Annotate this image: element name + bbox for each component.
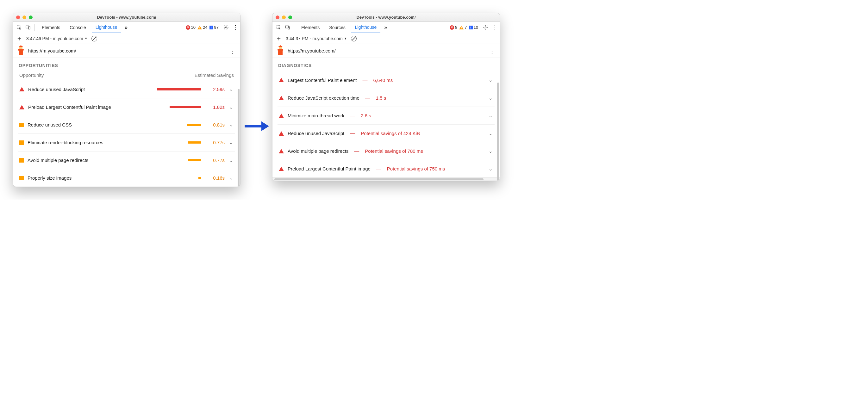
clear-report-icon[interactable] xyxy=(351,36,356,41)
chevron-down-icon[interactable]: ⌄ xyxy=(228,140,234,146)
horizontal-scrollbar[interactable] xyxy=(273,178,500,181)
metric-dash: — xyxy=(352,148,361,154)
diagnostic-row[interactable]: Reduce JavaScript execution time—1.5 s⌄ xyxy=(278,89,495,106)
tab-lighthouse[interactable]: Lighthouse xyxy=(351,22,381,33)
report-url: https://m.youtube.com/ xyxy=(28,48,76,54)
savings-bar xyxy=(151,124,201,126)
info-badge[interactable]: 10 xyxy=(469,25,478,30)
chevron-down-icon[interactable]: ⌄ xyxy=(228,122,234,128)
tab-elements[interactable]: Elements xyxy=(298,22,323,33)
warnings-badge[interactable]: 24 xyxy=(197,25,207,30)
chevron-down-icon[interactable]: ⌄ xyxy=(228,104,234,110)
inspect-element-icon[interactable] xyxy=(16,24,23,31)
opportunity-label: Eliminate render-blocking resources xyxy=(28,140,103,145)
opportunity-label: Preload Largest Contentful Paint image xyxy=(28,104,111,110)
opportunity-label: Avoid multiple page redirects xyxy=(28,158,88,163)
report-selector[interactable]: 3:47:46 PM - m.youtube.com ▼ xyxy=(26,36,88,41)
opportunity-row[interactable]: Reduce unused JavaScript2.59s⌄ xyxy=(18,80,235,98)
metric-dash: — xyxy=(348,131,357,136)
diagnostic-row[interactable]: Reduce unused JavaScript—Potential savin… xyxy=(278,124,495,142)
savings-value: 0.77s xyxy=(205,140,225,145)
diagnostic-metric: 6,640 ms xyxy=(373,77,393,83)
window-close-icon[interactable] xyxy=(276,15,279,19)
settings-gear-icon[interactable] xyxy=(222,24,229,31)
fail-triangle-icon xyxy=(279,149,284,153)
tabs-bar: Elements Console Lighthouse » ✕10 24 97 … xyxy=(13,22,240,33)
savings-bar xyxy=(151,177,201,179)
metric-dash: — xyxy=(361,77,369,83)
diagnostic-row[interactable]: Preload Largest Contentful Paint image—P… xyxy=(278,160,495,178)
fail-triangle-icon xyxy=(279,96,284,100)
window-minimize-icon[interactable] xyxy=(23,15,26,19)
opportunities-columns: Opportunity Estimated Savings xyxy=(13,71,240,80)
report-selector[interactable]: 3:44:37 PM - m.youtube.com ▼ xyxy=(286,36,347,41)
diagnostic-row[interactable]: Largest Contentful Paint element—6,640 m… xyxy=(278,71,495,89)
tab-sources[interactable]: Sources xyxy=(325,22,349,33)
chevron-down-icon[interactable]: ⌄ xyxy=(228,175,234,181)
chevron-down-icon[interactable]: ⌄ xyxy=(488,166,493,172)
savings-value: 0.77s xyxy=(205,158,225,163)
opportunity-row[interactable]: Reduce unused CSS0.81s⌄ xyxy=(18,116,235,133)
report-url: https://m.youtube.com/ xyxy=(288,48,336,54)
report-menu-icon[interactable]: ⋮ xyxy=(489,47,495,55)
diagnostic-label: Preload Largest Contentful Paint image xyxy=(288,166,371,171)
lighthouse-logo-icon xyxy=(277,47,284,55)
diagnostic-label: Minimize main-thread work xyxy=(288,113,344,118)
chevron-down-icon[interactable]: ⌄ xyxy=(488,77,493,83)
section-heading: OPPORTUNITIES xyxy=(13,58,240,71)
fail-triangle-icon xyxy=(279,114,284,118)
svg-marker-5 xyxy=(261,121,269,131)
device-toolbar-icon[interactable] xyxy=(284,24,291,31)
fail-triangle-icon xyxy=(279,131,284,136)
warnings-badge[interactable]: 7 xyxy=(459,25,467,30)
tab-lighthouse[interactable]: Lighthouse xyxy=(92,22,121,33)
chevron-down-icon[interactable]: ⌄ xyxy=(228,86,234,92)
chevron-down-icon[interactable]: ⌄ xyxy=(488,131,493,136)
chevron-down-icon[interactable]: ⌄ xyxy=(488,113,493,119)
tab-elements[interactable]: Elements xyxy=(38,22,64,33)
devtools-window-left: DevTools - www.youtube.com/ Elements Con… xyxy=(13,13,241,187)
errors-badge[interactable]: ✕8 xyxy=(450,25,457,30)
report-menu-icon[interactable]: ⋮ xyxy=(229,47,236,55)
savings-bar xyxy=(151,159,201,161)
diagnostics-list: Largest Contentful Paint element—6,640 m… xyxy=(273,71,500,178)
lighthouse-logo-icon xyxy=(18,47,24,55)
tabs-bar: Elements Sources Lighthouse » ✕8 7 10 ⋮ xyxy=(273,22,500,33)
window-minimize-icon[interactable] xyxy=(282,15,286,19)
settings-gear-icon[interactable] xyxy=(482,24,489,31)
errors-badge[interactable]: ✕10 xyxy=(186,25,195,30)
window-close-icon[interactable] xyxy=(16,15,20,19)
metric-dash: — xyxy=(374,166,383,172)
diagnostic-row[interactable]: Minimize main-thread work—2.6 s⌄ xyxy=(278,106,495,124)
scrollbar-thumb[interactable] xyxy=(497,83,499,181)
more-tabs-icon[interactable]: » xyxy=(382,25,389,30)
savings-bar xyxy=(151,106,201,108)
scrollbar-thumb[interactable] xyxy=(238,89,240,187)
report-time-label: 3:47:46 PM - m.youtube.com xyxy=(26,36,83,41)
more-tabs-icon[interactable]: » xyxy=(123,25,129,30)
diagnostic-row[interactable]: Avoid multiple page redirects—Potential … xyxy=(278,142,495,160)
inspect-element-icon[interactable] xyxy=(275,24,282,31)
opportunity-row[interactable]: Properly size images0.16s⌄ xyxy=(18,169,235,187)
titlebar: DevTools - www.youtube.com/ xyxy=(13,13,240,22)
tab-console[interactable]: Console xyxy=(66,22,90,33)
diagnostic-label: Reduce unused JavaScript xyxy=(288,131,344,136)
info-badge[interactable]: 97 xyxy=(210,25,219,30)
opportunity-row[interactable]: Eliminate render-blocking resources0.77s… xyxy=(18,133,235,151)
svg-point-3 xyxy=(225,27,226,28)
clear-report-icon[interactable] xyxy=(91,36,97,41)
new-report-icon[interactable]: ＋ xyxy=(276,34,282,43)
new-report-icon[interactable]: ＋ xyxy=(16,34,23,43)
savings-bar xyxy=(151,88,201,91)
opportunity-row[interactable]: Avoid multiple page redirects0.77s⌄ xyxy=(18,151,235,169)
device-toolbar-icon[interactable] xyxy=(24,24,31,31)
chevron-down-icon[interactable]: ⌄ xyxy=(228,158,234,163)
opportunity-label: Reduce unused CSS xyxy=(28,122,72,127)
metric-dash: — xyxy=(348,113,357,119)
opportunity-row[interactable]: Preload Largest Contentful Paint image1.… xyxy=(18,98,235,116)
comparison-arrow-icon xyxy=(244,119,269,134)
chevron-down-icon[interactable]: ⌄ xyxy=(488,148,493,154)
window-maximize-icon[interactable] xyxy=(29,15,33,19)
chevron-down-icon[interactable]: ⌄ xyxy=(488,95,493,101)
window-maximize-icon[interactable] xyxy=(288,15,292,19)
